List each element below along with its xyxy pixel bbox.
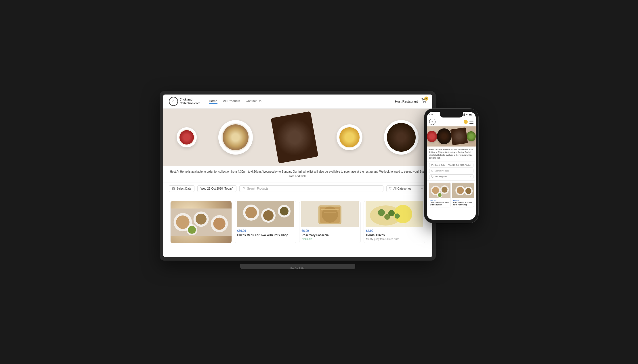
- product-card-1[interactable]: €70.00 Chef's Menu For Two With Striploi…: [170, 201, 232, 244]
- iphone-logo: ⊙: [429, 119, 435, 125]
- iphone-meat: [450, 128, 468, 145]
- svg-point-17: [188, 226, 196, 234]
- product-price-4: €4.00: [366, 229, 423, 232]
- iphone-device: 9:41: [424, 108, 479, 226]
- calendar-icon: [172, 187, 175, 190]
- svg-point-24: [280, 207, 289, 215]
- cart-count: 0: [424, 97, 428, 101]
- filter-bar: Select Date Wed 21 Oct 2020 (Today) Sear…: [163, 182, 432, 195]
- date-label: Select Date: [177, 187, 192, 190]
- nav-home[interactable]: Home: [209, 99, 217, 104]
- iphone-tag-icon: [431, 176, 433, 178]
- iphone-calendar-icon: [431, 164, 433, 166]
- iphone-product-name-1: Chef's Menu For Two With Striploin: [430, 201, 449, 206]
- product-price-2: €60.00: [237, 229, 294, 232]
- iphone-filter-bar: Select Date Wed 21 Oct 2020 (Today) Sear…: [427, 161, 476, 181]
- iphone-plate-2: [437, 128, 451, 144]
- product-card-3[interactable]: €6.00 Rosemary Focaccia Available: [299, 201, 361, 244]
- macbook-base: MacBook Pro: [240, 264, 355, 269]
- svg-point-36: [388, 210, 395, 216]
- svg-point-56: [442, 186, 448, 192]
- svg-point-6: [243, 187, 245, 189]
- svg-point-15: [213, 217, 225, 230]
- svg-rect-2: [172, 188, 175, 190]
- iphone-notch: [440, 112, 463, 118]
- host-restaurant-label: Host Restaurant: [395, 100, 418, 103]
- svg-point-58: [438, 193, 441, 197]
- svg-rect-40: [464, 114, 464, 116]
- svg-rect-39: [463, 114, 463, 115]
- svg-line-51: [433, 171, 433, 172]
- iphone-date-label: Select Date: [435, 164, 445, 166]
- macbook-device: ⊙ Click and Collection.com Home All Prod…: [160, 91, 436, 269]
- info-text: Host At Home is available to order for c…: [163, 166, 432, 182]
- battery-icon: [469, 113, 472, 116]
- nav-contact[interactable]: Contact Us: [246, 99, 261, 104]
- date-picker-button[interactable]: Select Date: [169, 185, 195, 192]
- iphone-screen: 9:41: [427, 112, 476, 220]
- logo-icon: ⊙: [169, 97, 178, 106]
- iphone-product-1[interactable]: €70.00 Chef's Menu For Two With Striploi…: [429, 182, 451, 208]
- wifi-icon: [466, 113, 468, 116]
- svg-point-63: [465, 188, 471, 194]
- product-card-2[interactable]: €60.00 Chef's Menu For Two With Pork Cho…: [235, 201, 296, 244]
- hero-plate-1: [177, 127, 197, 147]
- cart-button[interactable]: 0: [421, 98, 427, 105]
- hero-meat-large: [271, 111, 319, 163]
- iphone-product-name-2: Chef's Menu For Two With Pork Chop: [453, 201, 473, 206]
- nav-right: Host Restaurant 0: [395, 98, 426, 105]
- hero-image: [163, 109, 432, 166]
- iphone-chevron-icon: [469, 176, 471, 178]
- website: ⊙ Click and Collection.com Home All Prod…: [163, 95, 432, 257]
- search-input[interactable]: Search Products: [239, 185, 383, 192]
- iphone-product-image-1: [429, 182, 450, 198]
- date-value[interactable]: Wed 21 Oct 2020 (Today): [197, 185, 236, 192]
- category-label: All Categories: [394, 187, 411, 190]
- product-price-3: €6.00: [302, 229, 358, 232]
- product-name-3: Rosemary Focaccia: [302, 233, 358, 237]
- iphone-product-info-1: €70.00 Chef's Menu For Two With Striploi…: [429, 198, 450, 207]
- iphone-navbar: ⊙ 0: [427, 118, 476, 126]
- iphone-search-icon: [431, 170, 433, 172]
- hero-plates: [163, 109, 432, 166]
- svg-point-50: [431, 170, 433, 172]
- hero-plate-4: [384, 120, 419, 155]
- iphone-product-image-2: [452, 182, 474, 198]
- iphone-date-picker[interactable]: Select Date Wed 21 Oct 2020 (Today): [429, 163, 473, 167]
- hero-plate-3: [337, 124, 362, 150]
- svg-point-20: [245, 207, 257, 218]
- product-info-2: €60.00 Chef's Menu For Two With Pork Cho…: [235, 227, 296, 240]
- svg-point-37: [395, 213, 400, 219]
- product-image-1: [171, 201, 232, 243]
- iphone-category-select[interactable]: All Categories: [429, 174, 473, 179]
- product-info-3: €6.00 Rosemary Focaccia Available: [299, 227, 360, 243]
- product-status-3: Available: [302, 238, 358, 240]
- signal-icon: [463, 113, 465, 116]
- iphone-hero-plates: [427, 126, 476, 147]
- iphone-product-price-2: €60.00: [453, 199, 473, 201]
- iphone-hero: [427, 126, 476, 147]
- iphone-cart-count[interactable]: 0: [464, 120, 468, 124]
- iphone-search-input[interactable]: Search Products: [429, 169, 473, 173]
- product-image-2: [235, 201, 296, 227]
- chevron-down-icon: [421, 187, 423, 190]
- category-select[interactable]: All Categories: [386, 185, 427, 192]
- product-name-2: Chef's Menu For Two With Pork Chop: [237, 233, 294, 237]
- product-name-4: Gordal Olives: [366, 233, 423, 237]
- product-card-4[interactable]: €4.00 Gordal Olives Meaty, juicy table o…: [364, 201, 425, 244]
- hamburger-menu[interactable]: [469, 120, 473, 124]
- svg-rect-44: [472, 114, 472, 115]
- search-placeholder: Search Products: [247, 187, 268, 190]
- logo: ⊙ Click and Collection.com: [169, 97, 200, 106]
- svg-point-13: [195, 213, 206, 224]
- iphone-product-info-2: €60.00 Chef's Menu For Two With Pork Cho…: [452, 198, 474, 207]
- iphone-product-2[interactable]: €60.00 Chef's Menu For Two With Pork Cho…: [452, 182, 474, 208]
- iphone-category-label: All Categories: [435, 176, 447, 178]
- svg-point-0: [423, 103, 424, 103]
- svg-point-34: [378, 209, 385, 216]
- product-image-4: [364, 201, 425, 227]
- svg-rect-45: [469, 114, 471, 115]
- svg-line-7: [244, 189, 245, 190]
- nav-all-products[interactable]: All Products: [223, 99, 240, 104]
- iphone-plate-3: [467, 131, 475, 141]
